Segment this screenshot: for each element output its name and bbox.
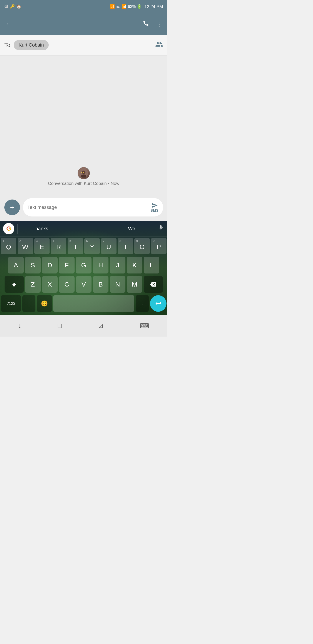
suggestions-row: G Thanks I We: [0, 221, 167, 236]
key-e[interactable]: 3E: [34, 238, 50, 254]
key-p[interactable]: 0P: [151, 238, 167, 254]
key-q[interactable]: 1Q: [1, 238, 16, 254]
key-f[interactable]: F: [59, 257, 74, 274]
more-button[interactable]: ⋮: [156, 20, 162, 28]
key-icon: 🔑: [10, 4, 15, 9]
back-button[interactable]: ←: [5, 20, 11, 28]
space-key[interactable]: [53, 295, 134, 312]
status-bar-left: 🖼 🔑 🏠: [4, 4, 21, 9]
text-input-container: SMS: [23, 198, 163, 216]
key-h[interactable]: H: [93, 257, 108, 274]
keyboard-row-4: ?123 , 😊 .: [0, 294, 167, 315]
home-icon: 🏠: [16, 4, 21, 9]
comma-key[interactable]: ,: [22, 295, 35, 312]
add-attachment-button[interactable]: +: [4, 200, 20, 215]
mic-button[interactable]: [154, 225, 167, 232]
key-a[interactable]: A: [8, 257, 24, 274]
key-c[interactable]: C: [59, 276, 74, 293]
google-logo: G: [3, 223, 14, 234]
input-row: + SMS: [0, 195, 167, 221]
app-bar: ← ⋮: [0, 13, 167, 35]
signal-bars: 📶: [122, 4, 126, 9]
phone-button[interactable]: [143, 20, 149, 28]
key-i[interactable]: 8I: [118, 238, 133, 254]
emoji-key[interactable]: 😊: [37, 295, 52, 312]
bottom-nav: ↓ □ ⊿ ⌨: [0, 315, 167, 336]
battery-icon: 🔋: [137, 4, 142, 9]
status-bar-right: 📶 4G 📶 62% 🔋 12:24 PM: [110, 4, 163, 9]
nav-keyboard-icon[interactable]: ⌨: [140, 322, 149, 330]
send-label: SMS: [150, 209, 159, 212]
image-icon: 🖼: [4, 4, 8, 9]
period-label: .: [141, 301, 143, 306]
suggestion-thanks[interactable]: Thanks: [17, 224, 63, 234]
app-bar-actions: ⋮: [143, 20, 162, 28]
shift-key[interactable]: [4, 276, 24, 293]
key-t[interactable]: 5T: [68, 238, 83, 254]
suggestion-we[interactable]: We: [109, 224, 154, 234]
nav-home-icon[interactable]: □: [58, 322, 62, 330]
emoji-label: 😊: [41, 300, 48, 307]
key-r[interactable]: 4R: [51, 238, 66, 254]
key-l[interactable]: L: [144, 257, 159, 274]
key-k[interactable]: K: [127, 257, 142, 274]
signal-icon: 4G: [116, 5, 120, 8]
conversation-info: Conversation with Kurt Cobain • Now: [48, 167, 119, 186]
nav-back-icon[interactable]: ↓: [18, 322, 21, 330]
text-message-input[interactable]: [27, 204, 148, 210]
to-label: To: [4, 42, 10, 48]
key-y[interactable]: 6Y: [84, 238, 100, 254]
conversation-label: Conversation with Kurt Cobain • Now: [48, 181, 119, 186]
key-n[interactable]: N: [110, 276, 125, 293]
key-u[interactable]: 7U: [101, 238, 116, 254]
wifi-icon: 📶: [110, 4, 115, 9]
battery-percent: 62%: [128, 4, 136, 9]
suggestion-i[interactable]: I: [63, 224, 109, 234]
key-x[interactable]: X: [42, 276, 58, 293]
key-j[interactable]: J: [110, 257, 125, 274]
key-v[interactable]: V: [76, 276, 91, 293]
status-bar: 🖼 🔑 🏠 📶 4G 📶 62% 🔋 12:24 PM: [0, 0, 167, 13]
avatar-image: [78, 167, 90, 179]
symbol-key[interactable]: ?123: [1, 295, 21, 312]
to-field: To Kurt Cobain: [0, 35, 167, 56]
contact-avatar: [78, 167, 90, 179]
key-g[interactable]: G: [76, 257, 91, 274]
key-s[interactable]: S: [25, 257, 41, 274]
message-area: Conversation with Kurt Cobain • Now: [0, 56, 167, 195]
key-w[interactable]: 2W: [17, 238, 33, 254]
key-d[interactable]: D: [42, 257, 58, 274]
key-m[interactable]: M: [127, 276, 142, 293]
keyboard-row-2: A S D F G H J K L: [0, 256, 167, 275]
key-z[interactable]: Z: [25, 276, 41, 293]
symbol-label: ?123: [7, 301, 15, 306]
nav-recent-icon[interactable]: ⊿: [98, 322, 103, 330]
keyboard-row-1: 1Q 2W 3E 4R 5T 6Y 7U 8I 9O 0P: [0, 236, 167, 256]
key-o[interactable]: 9O: [134, 238, 150, 254]
period-key[interactable]: .: [136, 295, 149, 312]
status-time: 12:24 PM: [144, 4, 163, 9]
svg-point-1: [82, 170, 85, 174]
enter-key[interactable]: [150, 295, 167, 312]
send-button[interactable]: SMS: [150, 202, 159, 212]
keyboard-row-3: Z X C V B N M: [0, 275, 167, 294]
backspace-key[interactable]: [144, 276, 163, 293]
comma-label: ,: [28, 301, 29, 306]
keyboard: G Thanks I We 1Q 2W 3E 4R 5T 6Y 7U 8I 9O…: [0, 221, 167, 315]
key-b[interactable]: B: [93, 276, 108, 293]
recipient-chip[interactable]: Kurt Cobain: [14, 40, 48, 50]
google-g: G: [6, 225, 11, 232]
add-contact-button[interactable]: [155, 40, 163, 50]
